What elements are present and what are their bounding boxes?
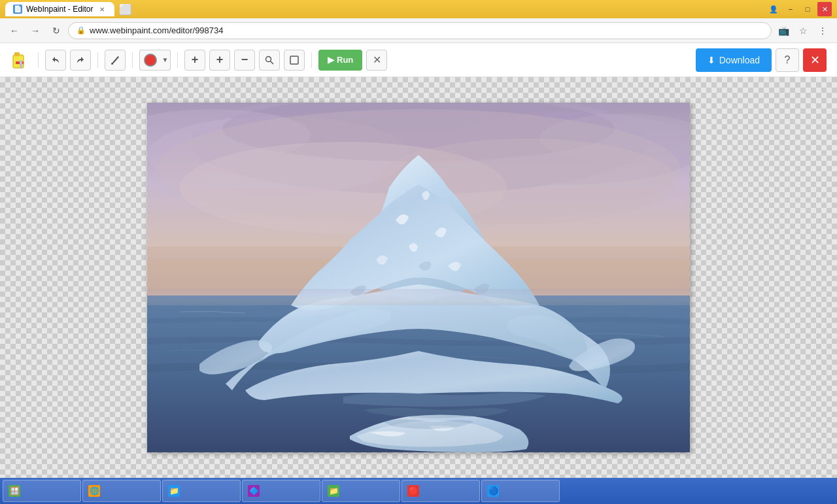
back-button[interactable]: ← bbox=[5, 22, 24, 40]
browser-tab[interactable]: 📄 WebInpaint - Editor ✕ bbox=[5, 2, 114, 16]
svg-rect-20 bbox=[147, 289, 690, 305]
minimize-button[interactable]: − bbox=[783, 2, 798, 16]
close-window-button[interactable]: ✕ bbox=[817, 2, 832, 16]
run-label: Run bbox=[337, 55, 353, 65]
app-logo bbox=[10, 50, 31, 71]
bookmark-button[interactable]: ☆ bbox=[794, 22, 812, 40]
tab-close-button[interactable]: ✕ bbox=[97, 5, 107, 14]
profile-icon-button[interactable]: 👤 bbox=[766, 2, 781, 16]
fit-button[interactable] bbox=[284, 50, 305, 71]
maximize-button[interactable]: □ bbox=[800, 2, 815, 16]
taskbar: 🪟 🌐 📁 🔷 📁 🔴 🔵 bbox=[0, 478, 837, 504]
start-icon: 🪟 bbox=[9, 485, 20, 497]
taskbar-icon-2: 📁 bbox=[168, 485, 180, 497]
taskbar-icon-1: 🌐 bbox=[88, 485, 100, 497]
taskbar-icon-6: 🔵 bbox=[487, 485, 499, 497]
zoom-in-button[interactable]: + bbox=[209, 50, 230, 71]
separator-2 bbox=[97, 52, 98, 68]
tab-favicon: 📄 bbox=[13, 5, 22, 14]
url-text: www.webinpaint.com/editor/998734 bbox=[90, 25, 224, 35]
taskbar-item-1[interactable]: 🌐 bbox=[82, 480, 161, 502]
download-button[interactable]: ⬇ Download bbox=[696, 48, 772, 72]
tab-title: WebInpaint - Editor bbox=[26, 5, 94, 14]
refresh-button[interactable]: ↻ bbox=[47, 22, 65, 40]
color-picker-group: ▼ bbox=[139, 50, 171, 71]
new-tab-button[interactable]: ⬜ bbox=[118, 2, 133, 16]
title-bar-left: 📄 WebInpaint - Editor ✕ ⬜ bbox=[5, 2, 133, 16]
run-button[interactable]: ▶ Run bbox=[318, 50, 362, 71]
nav-right-buttons: 📺 ☆ ⋮ bbox=[774, 22, 832, 40]
editor-toolbar: ▼ + + − ▶ Run ✕ ⬇ Downlo bbox=[0, 43, 837, 77]
add-region-button[interactable]: + bbox=[184, 50, 205, 71]
canvas-area bbox=[0, 77, 837, 478]
download-icon: ⬇ bbox=[708, 55, 715, 65]
navigation-bar: ← → ↻ 🔒 www.webinpaint.com/editor/998734… bbox=[0, 18, 837, 43]
color-swatch-button[interactable] bbox=[139, 50, 160, 71]
taskbar-icon-5: 🔴 bbox=[407, 485, 419, 497]
taskbar-item-6[interactable]: 🔵 bbox=[481, 480, 560, 502]
taskbar-icon-3: 🔷 bbox=[248, 485, 260, 497]
editor-canvas bbox=[147, 103, 690, 452]
svg-line-5 bbox=[271, 61, 274, 64]
zoom-out-button[interactable]: − bbox=[234, 50, 255, 71]
window-controls: 👤 − □ ✕ bbox=[766, 2, 832, 16]
taskbar-item-4[interactable]: 📁 bbox=[322, 480, 400, 502]
browser-window: 📄 WebInpaint - Editor ✕ ⬜ 👤 − □ ✕ ← → ↻ … bbox=[0, 0, 837, 504]
cancel-button[interactable]: ✕ bbox=[366, 50, 387, 71]
separator-3 bbox=[132, 52, 133, 68]
menu-button[interactable]: ⋮ bbox=[813, 22, 832, 40]
iceberg-image bbox=[147, 103, 690, 452]
run-icon: ▶ bbox=[328, 55, 334, 65]
active-color-dot bbox=[144, 54, 157, 67]
svg-rect-6 bbox=[290, 56, 298, 64]
svg-rect-1 bbox=[14, 52, 20, 56]
taskbar-item-start[interactable]: 🪟 bbox=[3, 480, 81, 502]
taskbar-item-3[interactable]: 🔷 bbox=[242, 480, 320, 502]
title-bar: 📄 WebInpaint - Editor ✕ ⬜ 👤 − □ ✕ bbox=[0, 0, 837, 18]
cast-button[interactable]: 📺 bbox=[774, 22, 793, 40]
lock-icon: 🔒 bbox=[77, 26, 86, 35]
undo-button[interactable] bbox=[45, 50, 66, 71]
svg-point-4 bbox=[266, 56, 271, 61]
separator-4 bbox=[177, 52, 178, 68]
separator-5 bbox=[311, 52, 312, 68]
brush-tool-button[interactable] bbox=[105, 50, 126, 71]
search-button[interactable] bbox=[259, 50, 280, 71]
download-label: Download bbox=[719, 55, 760, 65]
help-button[interactable]: ? bbox=[776, 48, 799, 72]
forward-button[interactable]: → bbox=[26, 22, 44, 40]
taskbar-item-2[interactable]: 📁 bbox=[162, 480, 241, 502]
address-bar[interactable]: 🔒 www.webinpaint.com/editor/998734 bbox=[68, 22, 772, 39]
svg-rect-3 bbox=[20, 60, 22, 68]
taskbar-icon-4: 📁 bbox=[328, 485, 339, 497]
taskbar-item-5[interactable]: 🔴 bbox=[401, 480, 480, 502]
close-editor-button[interactable]: ✕ bbox=[803, 48, 827, 72]
color-dropdown-button[interactable]: ▼ bbox=[160, 50, 171, 71]
redo-button[interactable] bbox=[70, 50, 91, 71]
separator-1 bbox=[38, 52, 39, 68]
